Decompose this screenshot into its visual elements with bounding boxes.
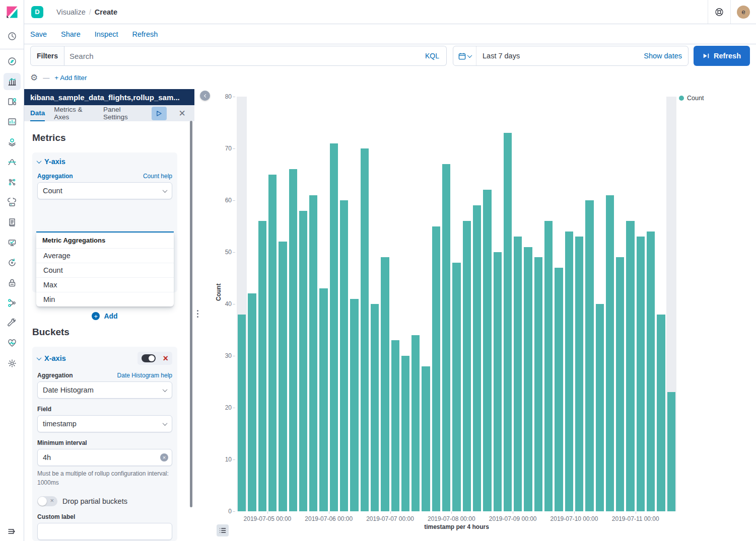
kibana-logo[interactable]	[0, 0, 24, 24]
chart-bar[interactable]	[401, 356, 409, 511]
refresh-menu-button[interactable]: Refresh	[132, 30, 158, 38]
chart-bar[interactable]	[647, 231, 655, 511]
chart-bar[interactable]	[371, 304, 379, 511]
bucket-aggregation-select[interactable]: Date Histogram	[37, 381, 172, 399]
kql-language-button[interactable]: KQL	[423, 52, 441, 60]
machine-learning-icon[interactable]	[0, 153, 24, 171]
chart-bar[interactable]	[411, 335, 420, 511]
toggle-legend-button[interactable]	[217, 524, 229, 536]
add-metric-button[interactable]: + Add	[32, 312, 177, 320]
count-help-link[interactable]: Count help	[143, 173, 172, 180]
chart-bar[interactable]	[391, 340, 399, 511]
share-button[interactable]: Share	[61, 30, 81, 38]
chart-bar[interactable]	[361, 148, 369, 511]
chart-bar[interactable]	[544, 221, 553, 511]
tab-panel-settings[interactable]: Panel Settings	[103, 105, 143, 121]
chart-bar[interactable]	[667, 392, 675, 511]
inspect-button[interactable]: Inspect	[95, 30, 118, 38]
chart-bar[interactable]	[504, 133, 512, 511]
chart-bar[interactable]	[309, 195, 317, 511]
chart-bar[interactable]	[606, 195, 614, 511]
chart-bar[interactable]	[514, 237, 522, 511]
y-axis-accordion-toggle[interactable]: Y-axis	[37, 158, 172, 166]
maps-icon[interactable]	[0, 133, 24, 151]
security-icon[interactable]	[0, 274, 24, 292]
breadcrumb-visualize[interactable]: Visualize	[56, 8, 86, 16]
chart-bar[interactable]	[585, 200, 593, 511]
minimum-interval-input[interactable]	[37, 449, 172, 466]
chart-bar[interactable]	[258, 221, 266, 511]
space-badge[interactable]: D	[31, 6, 43, 18]
show-dates-button[interactable]: Show dates	[644, 52, 688, 60]
panel-resizer-handle[interactable]	[195, 310, 199, 318]
logs-icon[interactable]	[0, 213, 24, 231]
chart-bar[interactable]	[565, 231, 573, 511]
apply-changes-button[interactable]	[152, 107, 167, 120]
chart-bar[interactable]	[422, 366, 430, 511]
watcher-icon[interactable]	[0, 254, 24, 272]
heartbeat-icon[interactable]	[0, 334, 24, 352]
chart-bar[interactable]	[238, 315, 246, 511]
apm-icon[interactable]	[0, 193, 24, 211]
chart-bar[interactable]	[626, 221, 634, 511]
dev-tools-icon[interactable]	[0, 314, 24, 332]
chart-bar[interactable]	[596, 304, 604, 511]
option-count[interactable]: Count	[36, 263, 174, 278]
gear-icon[interactable]: ⚙	[30, 73, 38, 82]
chart-bar[interactable]	[442, 164, 450, 511]
save-button[interactable]: Save	[30, 30, 47, 38]
tab-metrics-axes[interactable]: Metrics & Axes	[54, 105, 94, 121]
help-button[interactable]	[708, 0, 730, 24]
user-avatar[interactable]: e	[737, 6, 750, 19]
date-histogram-help-link[interactable]: Date Histogram help	[117, 372, 172, 379]
chart-bar[interactable]	[340, 200, 348, 511]
remove-bucket-button[interactable]: ×	[163, 354, 168, 363]
legend-item-count[interactable]: Count	[679, 95, 704, 102]
option-max[interactable]: Max	[36, 278, 174, 292]
chart-bar[interactable]	[473, 205, 481, 511]
chart-bar[interactable]	[299, 211, 307, 511]
collapse-sidebar-button[interactable]	[200, 91, 210, 101]
chart-bar[interactable]	[524, 247, 532, 511]
management-icon[interactable]	[0, 354, 24, 372]
chart-bar[interactable]	[330, 143, 338, 511]
canvas-icon[interactable]	[0, 113, 24, 131]
filters-button[interactable]: Filters	[30, 46, 64, 66]
collapse-nav-icon[interactable]	[0, 522, 24, 540]
chart-bar[interactable]	[483, 190, 491, 511]
custom-label-input[interactable]	[37, 523, 172, 540]
metric-aggregation-select[interactable]: Count	[37, 182, 172, 199]
graph-icon[interactable]	[0, 173, 24, 191]
chart-bar[interactable]	[452, 263, 460, 511]
chart-bar[interactable]	[534, 257, 542, 511]
chart-bar[interactable]	[494, 252, 502, 511]
chart-bar[interactable]	[350, 299, 358, 511]
clear-input-icon[interactable]: ×	[160, 453, 168, 461]
chart-bar[interactable]	[319, 288, 327, 511]
chart-bar[interactable]	[268, 175, 277, 512]
visualize-icon[interactable]	[4, 73, 21, 90]
chart-bar[interactable]	[432, 226, 440, 512]
time-range-value[interactable]: Last 7 days	[476, 52, 644, 60]
chart-bar[interactable]	[463, 221, 471, 511]
recently-viewed-icon[interactable]	[0, 27, 24, 45]
enable-bucket-toggle[interactable]	[142, 354, 156, 362]
pipelines-icon[interactable]	[0, 294, 24, 312]
tab-data[interactable]: Data	[30, 105, 45, 121]
chart-bar[interactable]	[657, 315, 665, 511]
chart-bar[interactable]	[637, 237, 645, 511]
chart-bar[interactable]	[289, 169, 297, 511]
x-axis-accordion-label[interactable]: X-axis	[44, 354, 66, 362]
discard-changes-button[interactable]: ✕	[176, 107, 188, 120]
calendar-button[interactable]	[453, 46, 476, 65]
discover-icon[interactable]	[0, 52, 24, 70]
add-filter-button[interactable]: + Add filter	[54, 74, 87, 82]
field-select[interactable]: timestamp	[37, 415, 172, 432]
chart-bar[interactable]	[279, 242, 287, 511]
option-min[interactable]: Min	[36, 292, 174, 306]
chart-bar[interactable]	[575, 237, 583, 511]
search-input[interactable]	[70, 52, 423, 60]
chart-bar[interactable]	[248, 293, 256, 511]
refresh-button[interactable]: Refresh	[694, 46, 750, 66]
uptime-icon[interactable]	[0, 234, 24, 252]
